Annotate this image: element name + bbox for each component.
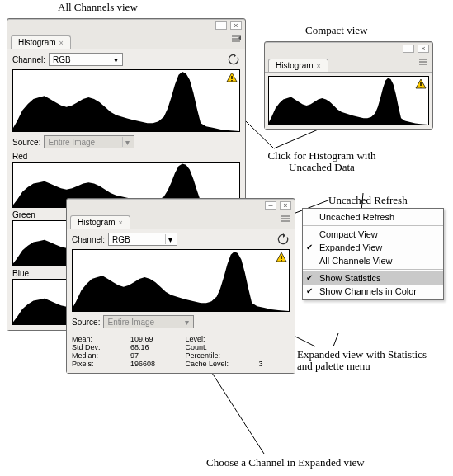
close-button[interactable]: × [230, 21, 242, 30]
minimize-button[interactable]: – [215, 21, 227, 30]
stat-stddev-v: 68.16 [130, 343, 182, 351]
menu-uncached-refresh[interactable]: Uncached Refresh [303, 210, 443, 224]
svg-rect-7 [231, 76, 232, 79]
stat-median-k: Median: [72, 351, 127, 360]
stat-pixels-v: 196608 [130, 360, 182, 368]
label-expanded-stats: Expanded view with Statistics and palett… [297, 349, 437, 373]
panel-menu-button[interactable] [417, 55, 430, 68]
tab-histogram[interactable]: Histogram × [70, 215, 130, 229]
menu-compact-view[interactable]: Compact View [303, 228, 443, 241]
tab-close-icon[interactable]: × [317, 62, 321, 70]
tab-histogram[interactable]: Histogram × [268, 59, 328, 72]
tab-close-icon[interactable]: × [59, 39, 64, 47]
chevron-down-icon: ▾ [111, 54, 120, 64]
channel-label: Channel: [72, 235, 105, 244]
svg-rect-11 [281, 256, 281, 259]
refresh-button[interactable] [276, 233, 290, 246]
source-dropdown: Entire Image ▾ [103, 315, 194, 328]
svg-rect-10 [420, 87, 421, 87]
tab-histogram[interactable]: Histogram × [11, 35, 71, 49]
svg-rect-9 [420, 82, 421, 86]
menu-show-channels-color[interactable]: ✔Show Channels in Color [303, 285, 443, 298]
panel-menu-button[interactable] [279, 212, 292, 225]
label-uncached-click: Click for Histogram with Uncached Data [260, 150, 384, 174]
chevron-down-icon: ▾ [182, 317, 191, 327]
stat-cache-v: 3 [259, 360, 290, 368]
channel-dropdown[interactable]: RGB ▾ [108, 233, 177, 246]
channel-value: RGB [53, 55, 107, 64]
window-titlebar: – × [67, 199, 295, 212]
channel-value: RGB [112, 235, 162, 244]
tab-label: Histogram [78, 218, 116, 227]
stat-level-v [259, 335, 290, 343]
tab-close-icon[interactable]: × [119, 219, 123, 227]
menu-expanded-view[interactable]: ✔Expanded View [303, 241, 443, 254]
stat-median-v: 97 [130, 351, 182, 360]
svg-rect-12 [281, 260, 281, 261]
source-label: Source: [72, 318, 100, 327]
source-dropdown: Entire Image ▾ [44, 135, 134, 148]
stat-cache-k: Cache Level: [186, 360, 256, 368]
stat-percentile-v [259, 351, 290, 360]
close-button[interactable]: × [418, 45, 429, 53]
svg-rect-8 [231, 80, 232, 81]
close-button[interactable]: × [280, 201, 291, 210]
minimize-button[interactable]: – [265, 201, 276, 210]
refresh-button[interactable] [227, 53, 240, 66]
source-label: Source: [12, 138, 40, 147]
histogram-expanded [72, 249, 290, 312]
label-choose-channel: Choose a Channel in Expanded view [206, 457, 365, 469]
label-uncached-refresh: Uncached Refresh [328, 195, 408, 206]
stat-pixels-k: Pixels: [72, 360, 127, 368]
label-compact: Compact view [305, 25, 367, 36]
window-titlebar: – × [265, 42, 432, 55]
channel-red-label: Red [12, 152, 240, 161]
chevron-down-icon: ▾ [165, 234, 175, 244]
warning-icon[interactable] [226, 72, 238, 83]
histogram-panel-compact: – × Histogram × [264, 41, 433, 130]
stat-count-k: Count: [186, 343, 256, 351]
minimize-button[interactable]: – [403, 45, 414, 53]
warning-icon[interactable] [276, 252, 287, 263]
menu-all-channels-view[interactable]: All Channels View [303, 254, 443, 267]
channel-dropdown[interactable]: RGB ▾ [49, 53, 123, 66]
source-value: Entire Image [48, 138, 119, 147]
window-titlebar: – × [7, 19, 245, 32]
warning-icon[interactable] [415, 78, 427, 90]
source-value: Entire Image [107, 318, 178, 327]
menu-show-statistics[interactable]: ✔Show Statistics [303, 271, 443, 285]
histogram-compact [268, 76, 429, 125]
panel-menu-button[interactable] [229, 32, 243, 45]
channel-label: Channel: [12, 55, 45, 64]
tab-label: Histogram [18, 38, 56, 47]
label-all-channels: All Channels view [58, 2, 138, 13]
chevron-down-icon: ▾ [122, 137, 132, 147]
stat-count-v [259, 343, 290, 351]
tab-label: Histogram [276, 61, 314, 70]
stat-percentile-k: Percentile: [186, 351, 256, 360]
check-icon: ✔ [306, 243, 313, 252]
svg-line-5 [333, 333, 338, 346]
stat-mean-v: 109.69 [130, 335, 182, 343]
check-icon: ✔ [306, 273, 313, 282]
histogram-panel-expanded: – × Histogram × Channel: RGB ▾ [66, 198, 295, 374]
histogram-rgb [12, 69, 240, 132]
statistics-grid: Mean: 109.69 Level: Std Dev: 68.16 Count… [72, 332, 290, 368]
stat-level-k: Level: [186, 335, 256, 343]
stat-mean-k: Mean: [72, 335, 127, 343]
stat-stddev-k: Std Dev: [72, 343, 127, 351]
check-icon: ✔ [306, 286, 313, 295]
palette-menu: Uncached Refresh Compact View ✔Expanded … [302, 208, 444, 300]
